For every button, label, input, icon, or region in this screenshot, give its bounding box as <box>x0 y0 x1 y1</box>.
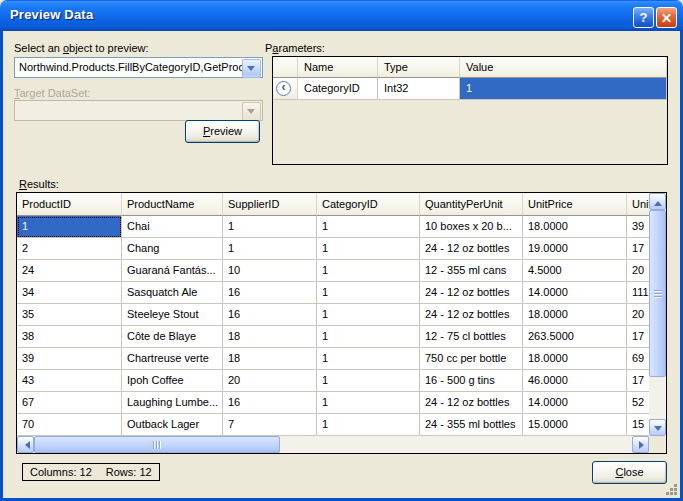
results-cell[interactable]: 34 <box>17 282 122 304</box>
results-cell[interactable]: 18 <box>223 326 317 348</box>
results-cell[interactable]: 20 <box>627 260 649 282</box>
results-cell[interactable]: 1 <box>317 414 420 436</box>
results-cell[interactable]: 111 <box>627 282 649 304</box>
results-cell[interactable]: 1 <box>317 238 420 260</box>
parameters-column-header[interactable]: Name <box>298 57 378 78</box>
param-name-cell[interactable]: CategoryID <box>298 78 378 100</box>
results-column-header[interactable]: CategoryID <box>317 193 420 216</box>
results-cell[interactable]: 14.0000 <box>523 392 627 414</box>
results-cell[interactable]: 18.0000 <box>523 348 627 370</box>
results-cell[interactable]: 20 <box>627 304 649 326</box>
results-cell[interactable]: 39 <box>17 348 122 370</box>
results-cell[interactable]: 52 <box>627 392 649 414</box>
results-column-header[interactable]: SupplierID <box>223 193 317 216</box>
results-cell[interactable]: 10 boxes x 20 b... <box>420 216 523 238</box>
results-cell[interactable]: 1 <box>317 216 420 238</box>
results-cell[interactable]: 10 <box>223 260 317 282</box>
results-cell[interactable]: 14.0000 <box>523 282 627 304</box>
results-column-header[interactable]: UnitPrice <box>523 193 627 216</box>
results-cell[interactable]: 17 <box>627 370 649 392</box>
results-cell[interactable]: 18.0000 <box>523 304 627 326</box>
scroll-up-icon[interactable] <box>649 193 666 210</box>
results-cell[interactable]: 2 <box>17 238 122 260</box>
results-cell[interactable]: 18.0000 <box>523 216 627 238</box>
results-cell[interactable]: 70 <box>17 414 122 436</box>
results-cell[interactable]: Chang <box>122 238 223 260</box>
help-button[interactable]: ? <box>633 7 654 28</box>
results-cell[interactable]: 16 - 500 g tins <box>420 370 523 392</box>
results-cell[interactable]: 1 <box>317 348 420 370</box>
results-cell[interactable]: 750 cc per bottle <box>420 348 523 370</box>
preview-button[interactable]: Preview <box>185 120 260 143</box>
parameters-column-header[interactable]: Value <box>460 57 667 78</box>
results-cell[interactable]: 12 - 75 cl bottles <box>420 326 523 348</box>
results-cell[interactable]: 43 <box>17 370 122 392</box>
results-cell[interactable]: 46.0000 <box>523 370 627 392</box>
results-cell[interactable]: Guaraná Fantás... <box>122 260 223 282</box>
results-column-header[interactable]: ProductName <box>122 193 223 216</box>
results-cell[interactable]: 20 <box>223 370 317 392</box>
results-cell[interactable]: Côte de Blaye <box>122 326 223 348</box>
results-column-header[interactable]: ProductID <box>17 193 122 216</box>
param-row-selector[interactable]: ‹ <box>273 78 298 100</box>
results-cell[interactable]: 17 <box>627 238 649 260</box>
results-cell[interactable]: Steeleye Stout <box>122 304 223 326</box>
results-cell[interactable]: 1 <box>317 392 420 414</box>
results-cell[interactable]: 1 <box>317 282 420 304</box>
results-column-header[interactable]: QuantityPerUnit <box>420 193 523 216</box>
param-type-cell[interactable]: Int32 <box>378 78 460 100</box>
results-cell[interactable]: 17 <box>627 326 649 348</box>
results-cell[interactable]: 1 <box>317 260 420 282</box>
object-combobox[interactable]: Northwind.Products.FillByCategoryID,GetP… <box>14 57 263 78</box>
resize-grip[interactable] <box>664 482 677 495</box>
titlebar[interactable]: Preview Data ? <box>0 0 683 31</box>
scroll-left-icon[interactable] <box>17 436 34 453</box>
results-cell[interactable]: 16 <box>223 392 317 414</box>
results-cell[interactable]: 24 - 355 ml bottles <box>420 414 523 436</box>
results-cell[interactable]: Sasquatch Ale <box>122 282 223 304</box>
param-value-cell[interactable]: 1 <box>460 78 667 100</box>
results-cell[interactable]: Ipoh Coffee <box>122 370 223 392</box>
results-column-header[interactable]: UnitsI <box>627 193 649 216</box>
results-cell[interactable]: 24 <box>17 260 122 282</box>
results-cell[interactable]: 1 <box>317 370 420 392</box>
horizontal-scrollbar[interactable] <box>17 436 649 453</box>
results-cell[interactable]: 12 - 355 ml cans <box>420 260 523 282</box>
scroll-right-icon[interactable] <box>632 436 649 453</box>
results-cell[interactable]: 35 <box>17 304 122 326</box>
results-cell[interactable]: 19.0000 <box>523 238 627 260</box>
parameters-column-header[interactable]: Type <box>378 57 460 78</box>
results-cell[interactable]: 24 - 12 oz bottles <box>420 238 523 260</box>
scroll-down-icon[interactable] <box>649 419 666 436</box>
results-cell[interactable]: 15 <box>627 414 649 436</box>
close-window-button[interactable] <box>656 7 677 28</box>
results-cell[interactable]: 18 <box>223 348 317 370</box>
results-cell[interactable]: 15.0000 <box>523 414 627 436</box>
results-cell[interactable]: 7 <box>223 414 317 436</box>
results-cell[interactable]: 38 <box>17 326 122 348</box>
results-cell[interactable]: 4.5000 <box>523 260 627 282</box>
vertical-scroll-thumb[interactable] <box>649 210 666 377</box>
results-cell[interactable]: 24 - 12 oz bottles <box>420 304 523 326</box>
close-button[interactable]: Close <box>592 461 667 484</box>
results-cell[interactable]: Chai <box>122 216 223 238</box>
results-cell[interactable]: 24 - 12 oz bottles <box>420 392 523 414</box>
results-cell[interactable]: Laughing Lumbe... <box>122 392 223 414</box>
results-cell[interactable]: 1 <box>223 238 317 260</box>
chevron-down-icon[interactable] <box>242 59 261 78</box>
results-cell[interactable]: 67 <box>17 392 122 414</box>
horizontal-scroll-thumb[interactable] <box>34 436 280 453</box>
results-cell[interactable]: 16 <box>223 282 317 304</box>
results-cell[interactable]: Chartreuse verte <box>122 348 223 370</box>
results-cell[interactable]: 16 <box>223 304 317 326</box>
vertical-scrollbar[interactable] <box>649 193 666 436</box>
results-cell[interactable]: 1 <box>317 304 420 326</box>
results-cell[interactable]: 69 <box>627 348 649 370</box>
results-cell[interactable]: Outback Lager <box>122 414 223 436</box>
results-cell[interactable]: 1 <box>317 326 420 348</box>
results-cell[interactable]: 24 - 12 oz bottles <box>420 282 523 304</box>
results-cell[interactable]: 1 <box>17 216 122 238</box>
results-cell[interactable]: 1 <box>223 216 317 238</box>
results-cell[interactable]: 39 <box>627 216 649 238</box>
results-cell[interactable]: 263.5000 <box>523 326 627 348</box>
